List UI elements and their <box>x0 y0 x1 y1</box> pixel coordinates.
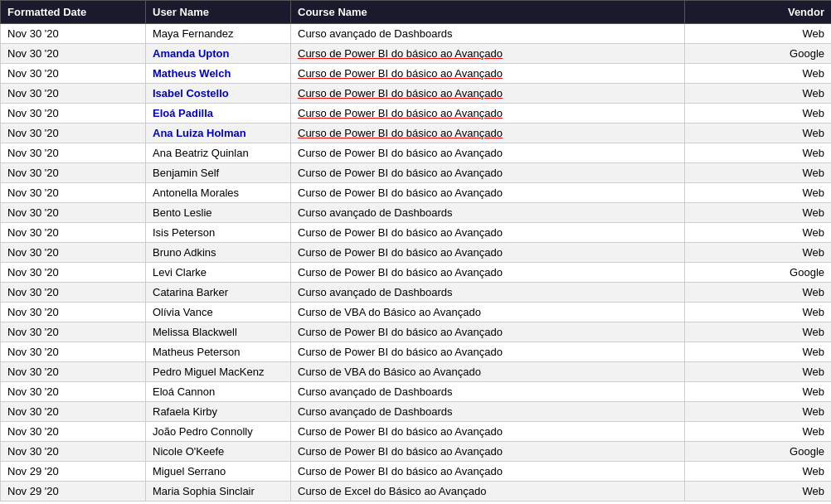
cell-date: Nov 29 '20 <box>1 482 146 502</box>
cell-date: Nov 30 '20 <box>1 104 146 124</box>
cell-vendor: Web <box>685 322 832 342</box>
cell-user: Matheus Welch <box>146 64 291 84</box>
cell-user: Matheus Peterson <box>146 342 291 362</box>
cell-vendor: Web <box>685 422 832 442</box>
cell-user: Ana Beatriz Quinlan <box>146 143 291 163</box>
cell-vendor: Web <box>685 104 832 124</box>
cell-date: Nov 30 '20 <box>1 183 146 203</box>
cell-course: Curso de Power BI do básico ao Avançado <box>291 263 685 283</box>
cell-course: Curso de Power BI do básico ao Avançado <box>291 342 685 362</box>
cell-vendor: Web <box>685 24 832 44</box>
cell-vendor: Google <box>685 442 832 462</box>
col-header-course: Course Name <box>291 1 685 24</box>
cell-vendor: Web <box>685 64 832 84</box>
table-row: Nov 30 '20João Pedro ConnollyCurso de Po… <box>1 422 832 442</box>
col-header-vendor: Vendor <box>685 1 832 24</box>
cell-vendor: Web <box>685 223 832 243</box>
cell-course: Curso de Power BI do básico ao Avançado <box>291 64 685 84</box>
table-row: Nov 30 '20Benjamin SelfCurso de Power BI… <box>1 163 832 183</box>
cell-vendor: Google <box>685 44 832 64</box>
table-row: Nov 30 '20Nicole O'KeefeCurso de Power B… <box>1 442 832 462</box>
table-row: Nov 30 '20Eloá PadillaCurso de Power BI … <box>1 104 832 124</box>
cell-course: Curso de Power BI do básico ao Avançado <box>291 143 685 163</box>
cell-course: Curso avançado de Dashboards <box>291 24 685 44</box>
cell-user: Amanda Upton <box>146 44 291 64</box>
table-row: Nov 30 '20Ana Beatriz QuinlanCurso de Po… <box>1 143 832 163</box>
table-row: Nov 30 '20Ana Luiza HolmanCurso de Power… <box>1 124 832 143</box>
cell-course: Curso de Power BI do básico ao Avançado <box>291 223 685 243</box>
cell-date: Nov 30 '20 <box>1 283 146 303</box>
cell-user: Ana Luiza Holman <box>146 124 291 143</box>
cell-date: Nov 30 '20 <box>1 442 146 462</box>
cell-date: Nov 30 '20 <box>1 303 146 322</box>
cell-vendor: Web <box>685 84 832 104</box>
table-row: Nov 30 '20Eloá CannonCurso avançado de D… <box>1 382 832 402</box>
cell-date: Nov 30 '20 <box>1 124 146 143</box>
cell-date: Nov 30 '20 <box>1 64 146 84</box>
cell-course: Curso de VBA do Básico ao Avançado <box>291 303 685 322</box>
cell-user: Miguel Serrano <box>146 462 291 482</box>
table-row: Nov 30 '20Melissa BlackwellCurso de Powe… <box>1 322 832 342</box>
cell-date: Nov 30 '20 <box>1 243 146 263</box>
cell-vendor: Web <box>685 303 832 322</box>
cell-date: Nov 30 '20 <box>1 24 146 44</box>
cell-date: Nov 30 '20 <box>1 402 146 422</box>
cell-vendor: Web <box>685 124 832 143</box>
table-row: Nov 30 '20Bento LeslieCurso avançado de … <box>1 203 832 223</box>
cell-course: Curso avançado de Dashboards <box>291 382 685 402</box>
table-row: Nov 30 '20Amanda UptonCurso de Power BI … <box>1 44 832 64</box>
cell-user: Pedro Miguel MacKenz <box>146 362 291 382</box>
table-row: Nov 30 '20Olívia VanceCurso de VBA do Bá… <box>1 303 832 322</box>
cell-user: Eloá Padilla <box>146 104 291 124</box>
cell-course: Curso de Power BI do básico ao Avançado <box>291 422 685 442</box>
cell-user: Isis Peterson <box>146 223 291 243</box>
cell-date: Nov 30 '20 <box>1 422 146 442</box>
cell-user: Isabel Costello <box>146 84 291 104</box>
cell-user: Melissa Blackwell <box>146 322 291 342</box>
table-row: Nov 29 '20Miguel SerranoCurso de Power B… <box>1 462 832 482</box>
table-row: Nov 30 '20Pedro Miguel MacKenzCurso de V… <box>1 362 832 382</box>
cell-date: Nov 30 '20 <box>1 362 146 382</box>
cell-course: Curso de Power BI do básico ao Avançado <box>291 84 685 104</box>
cell-course: Curso de Power BI do básico ao Avançado <box>291 183 685 203</box>
cell-vendor: Web <box>685 143 832 163</box>
cell-vendor: Web <box>685 342 832 362</box>
cell-vendor: Google <box>685 263 832 283</box>
cell-vendor: Web <box>685 283 832 303</box>
cell-user: Antonella Morales <box>146 183 291 203</box>
cell-date: Nov 30 '20 <box>1 203 146 223</box>
cell-course: Curso de VBA do Básico ao Avançado <box>291 362 685 382</box>
cell-date: Nov 30 '20 <box>1 84 146 104</box>
cell-user: Bento Leslie <box>146 203 291 223</box>
cell-course: Curso de Power BI do básico ao Avançado <box>291 44 685 64</box>
table-row: Nov 30 '20Isabel CostelloCurso de Power … <box>1 84 832 104</box>
cell-date: Nov 30 '20 <box>1 263 146 283</box>
cell-vendor: Web <box>685 382 832 402</box>
cell-user: João Pedro Connolly <box>146 422 291 442</box>
table-header-row: Formatted Date User Name Course Name Ven… <box>1 1 832 24</box>
cell-course: Curso avançado de Dashboards <box>291 402 685 422</box>
cell-vendor: Web <box>685 402 832 422</box>
cell-date: Nov 30 '20 <box>1 382 146 402</box>
col-header-date: Formatted Date <box>1 1 146 24</box>
cell-course: Curso de Power BI do básico ao Avançado <box>291 442 685 462</box>
cell-vendor: Web <box>685 163 832 183</box>
table-row: Nov 30 '20Levi ClarkeCurso de Power BI d… <box>1 263 832 283</box>
cell-date: Nov 29 '20 <box>1 462 146 482</box>
col-header-user: User Name <box>146 1 291 24</box>
cell-course: Curso avançado de Dashboards <box>291 203 685 223</box>
cell-user: Catarina Barker <box>146 283 291 303</box>
table-row: Nov 30 '20Rafaela KirbyCurso avançado de… <box>1 402 832 422</box>
cell-user: Bruno Adkins <box>146 243 291 263</box>
cell-user: Maya Fernandez <box>146 24 291 44</box>
cell-vendor: Web <box>685 362 832 382</box>
cell-course: Curso de Power BI do básico ao Avançado <box>291 243 685 263</box>
table-row: Nov 29 '20Maria Sophia SinclairCurso de … <box>1 482 832 502</box>
cell-user: Rafaela Kirby <box>146 402 291 422</box>
table-row: Nov 30 '20Matheus WelchCurso de Power BI… <box>1 64 832 84</box>
cell-course: Curso de Power BI do básico ao Avançado <box>291 322 685 342</box>
cell-course: Curso avançado de Dashboards <box>291 283 685 303</box>
table-row: Nov 30 '20Catarina BarkerCurso avançado … <box>1 283 832 303</box>
cell-vendor: Web <box>685 203 832 223</box>
cell-date: Nov 30 '20 <box>1 163 146 183</box>
